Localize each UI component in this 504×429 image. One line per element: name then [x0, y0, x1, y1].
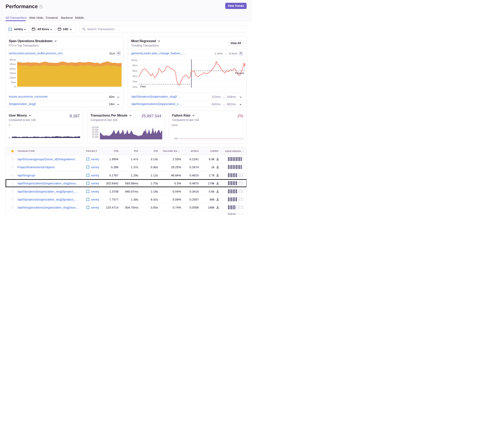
svg-text:4ms: 4ms [132, 75, 137, 78]
svg-text:20ms: 20ms [9, 67, 16, 70]
svg-text:6ms: 6ms [132, 69, 137, 72]
svg-text:0: 0 [9, 137, 10, 140]
svg-text:25ms: 25ms [9, 63, 16, 66]
svg-text:0ms: 0ms [132, 85, 137, 88]
svg-text:5ms: 5ms [11, 81, 16, 84]
svg-text:10ms: 10ms [131, 59, 137, 62]
svg-text:2ms: 2ms [132, 80, 137, 83]
svg-text:1: 1 [9, 123, 10, 126]
svg-text:15ms: 15ms [9, 72, 16, 75]
svg-text:100%: 100% [171, 124, 178, 127]
svg-text:30,000: 30,000 [92, 131, 99, 133]
svg-text:0%: 0% [174, 137, 178, 140]
svg-text:20,000: 20,000 [92, 133, 99, 136]
svg-text:30ms: 30ms [9, 59, 16, 61]
svg-text:10,000: 10,000 [92, 136, 99, 138]
svg-text:0: 0 [14, 85, 16, 88]
svg-text:8ms: 8ms [132, 64, 137, 67]
svg-text:?: ? [40, 6, 41, 8]
svg-text:Present: Present [235, 72, 244, 75]
svg-text:10ms: 10ms [9, 76, 16, 79]
svg-text:40,000: 40,000 [92, 129, 99, 131]
svg-text:50,000: 50,000 [92, 126, 99, 129]
svg-text:Past: Past [140, 85, 145, 88]
